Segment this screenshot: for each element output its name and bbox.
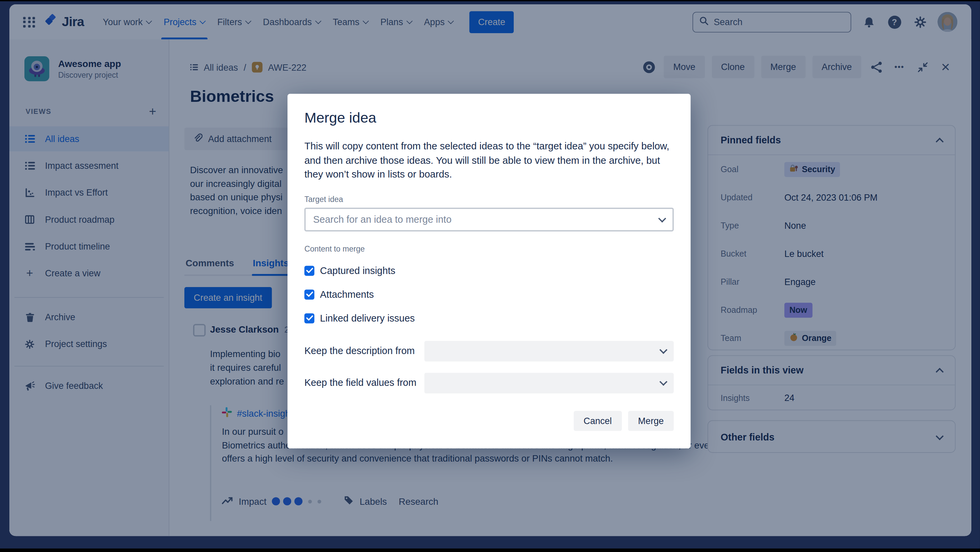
chevron-down-icon (659, 378, 667, 386)
target-idea-select[interactable]: Search for an idea to merge into (304, 207, 674, 231)
modal-merge-button[interactable]: Merge (628, 411, 674, 431)
keep-description-select[interactable] (425, 341, 674, 361)
target-idea-label: Target idea (304, 195, 674, 204)
chevron-down-icon (659, 346, 667, 354)
modal-title: Merge idea (304, 110, 674, 126)
keep-field-values-select[interactable] (425, 372, 674, 393)
target-idea-placeholder: Search for an idea to merge into (313, 214, 452, 225)
checkbox-row-linked-delivery-issues: Linked delivery issues (304, 312, 674, 324)
modal-description: This will copy content from the selected… (304, 139, 674, 182)
captured-insights-checkbox[interactable] (304, 266, 314, 276)
screenshot-stage: Jira Your work Projects Filters Dashboar… (0, 0, 980, 552)
keep-description-row: Keep the description from (304, 341, 674, 361)
linked-delivery-issues-checkbox[interactable] (304, 313, 314, 323)
checkbox-row-captured-insights: Captured insights (304, 264, 674, 277)
keep-description-label: Keep the description from (304, 345, 415, 357)
checkbox-row-attachments: Attachments (304, 288, 674, 300)
keep-field-values-label: Keep the field values from (304, 377, 416, 389)
merge-idea-modal: Merge idea This will copy content from t… (288, 94, 690, 448)
keep-field-values-row: Keep the field values from (304, 372, 674, 393)
cancel-button[interactable]: Cancel (574, 411, 622, 431)
attachments-checkbox[interactable] (304, 289, 314, 300)
chevron-down-icon (659, 214, 667, 222)
content-to-merge-label: Content to merge (304, 244, 674, 253)
